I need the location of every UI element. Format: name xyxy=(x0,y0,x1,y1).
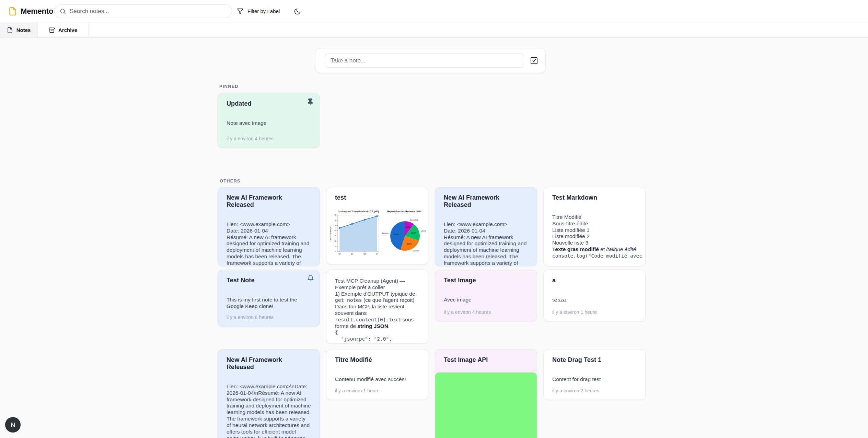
note-card[interactable]: Test MCP Cleanup (Agent) — Exemple prêt … xyxy=(326,270,428,344)
svg-text:Q1: Q1 xyxy=(338,253,341,255)
note-content: Lien: <www.example.com>\nDate: 2026-01-0… xyxy=(227,383,311,438)
new-checklist-button[interactable] xyxy=(529,56,539,66)
note-content: Titre Modifié Sous-titre édité Liste mod… xyxy=(552,214,637,259)
app-window: Memento Filter by Label Notes Archive xyxy=(0,0,868,438)
svg-text:Q3: Q3 xyxy=(363,253,366,255)
svg-text:Licences: Licences xyxy=(421,230,426,232)
search-input[interactable] xyxy=(70,8,227,15)
note-content: Note avec image xyxy=(227,120,311,127)
checkbox-icon xyxy=(530,57,538,65)
svg-text:10: 10 xyxy=(335,246,337,247)
note-title: Test Image API xyxy=(444,356,528,364)
user-avatar[interactable]: N xyxy=(5,417,21,433)
others-section-label: OTHERS xyxy=(220,178,241,184)
svg-text:60: 60 xyxy=(335,220,337,221)
svg-text:10.0%: 10.0% xyxy=(405,226,410,228)
note-content: Test MCP Cleanup (Agent) — Exemple prêt … xyxy=(335,278,419,344)
search-bar[interactable] xyxy=(54,4,232,18)
note-content: Lien: <www.example.com> Date: 2026-01-04… xyxy=(227,221,311,266)
note-card[interactable]: New AI Framework Released Lien: <www.exa… xyxy=(435,187,537,266)
note-title: New AI Framework Released xyxy=(227,194,311,209)
note-card[interactable]: Titre Modifié Contenu modifié avec succè… xyxy=(326,349,428,400)
note-title: New AI Framework Released xyxy=(444,194,528,209)
note-card[interactable]: Test Image Avec image il y a environ 4 h… xyxy=(435,270,537,321)
dark-mode-toggle[interactable] xyxy=(292,6,303,17)
svg-text:Répartition des Revenus 2024: Répartition des Revenus 2024 xyxy=(387,210,421,213)
note-title: Updated xyxy=(227,100,311,107)
svg-text:Q2: Q2 xyxy=(351,253,354,255)
note-title: Test Note xyxy=(227,277,311,284)
pie-chart: 45.0%Produits25.0%Services20.0%Licences1… xyxy=(381,209,426,257)
note-logo-icon xyxy=(8,7,17,16)
note-title: Note Drag Test 1 xyxy=(552,356,637,364)
note-timestamp: il y a environ 2 heures xyxy=(552,384,637,393)
svg-text:30: 30 xyxy=(335,235,337,237)
pinned-section-label: PINNED xyxy=(219,84,239,89)
tab-archive-label: Archive xyxy=(58,27,77,33)
note-card[interactable]: a szsza il y a environ 1 heure xyxy=(543,270,646,321)
note-image-green xyxy=(435,372,537,438)
svg-text:Q4: Q4 xyxy=(376,253,378,255)
note-card[interactable]: Test Note This is my first note to test … xyxy=(218,270,320,327)
app-title: Memento xyxy=(21,7,53,16)
note-title: Test Markdown xyxy=(552,194,637,201)
svg-text:70: 70 xyxy=(335,214,337,216)
note-content: Avec image xyxy=(444,297,528,303)
svg-text:50: 50 xyxy=(335,225,337,226)
note-card[interactable]: Test Image API xyxy=(435,349,537,438)
svg-text:25.0%: 25.0% xyxy=(407,243,412,245)
header: Memento Filter by Label xyxy=(0,0,868,22)
note-timestamp: il y a environ 4 heures xyxy=(444,306,528,315)
filter-funnel-icon xyxy=(237,8,244,15)
note-card[interactable]: Note Drag Test 1 Content for drag test i… xyxy=(543,349,646,400)
note-chart-image: 010203040506070Q1Q2Q3Q4Croissance Trimes… xyxy=(329,209,426,257)
note-content: Content for drag test xyxy=(552,376,637,383)
svg-text:45.0%: 45.0% xyxy=(394,233,399,235)
note-content: Contenu modifié avec succès! xyxy=(335,376,419,383)
area-chart: 010203040506070Q1Q2Q3Q4Croissance Trimes… xyxy=(329,209,381,257)
filter-by-label-button[interactable]: Filter by Label xyxy=(237,0,280,22)
tab-bar: Notes Archive xyxy=(0,23,868,38)
tab-notes-label: Notes xyxy=(16,27,31,33)
note-content: This is my first note to test the Google… xyxy=(227,297,311,310)
note-title: a xyxy=(552,277,637,284)
note-composer xyxy=(315,48,546,73)
note-title: Titre Modifié xyxy=(335,356,419,364)
reminder-bell-icon[interactable] xyxy=(307,275,314,282)
svg-text:40: 40 xyxy=(335,230,337,232)
svg-text:Croissance Trimestrielle du CA: Croissance Trimestrielle du CA (M€) xyxy=(338,210,379,213)
search-icon xyxy=(59,8,66,15)
note-title: Test Image xyxy=(444,277,528,284)
svg-text:20: 20 xyxy=(335,240,337,242)
note-card[interactable]: Test Markdown Titre Modifié Sous-titre é… xyxy=(543,187,646,266)
archive-tab-icon xyxy=(49,27,55,33)
note-title: New AI Framework Released xyxy=(227,356,311,371)
note-timestamp: il y a environ 6 heures xyxy=(227,311,311,320)
take-a-note-input[interactable] xyxy=(325,54,524,68)
svg-text:0: 0 xyxy=(335,251,336,252)
note-card[interactable]: New AI Framework Released Lien: <www.exa… xyxy=(218,187,320,266)
pin-icon[interactable] xyxy=(306,98,314,106)
filter-by-label-text: Filter by Label xyxy=(247,8,280,14)
note-content: szsza xyxy=(552,297,637,303)
svg-text:Services: Services xyxy=(413,250,419,252)
note-card[interactable]: Updated Note avec image il y a environ 4… xyxy=(218,93,320,148)
tab-archive[interactable]: Archive xyxy=(38,23,89,37)
note-timestamp: il y a environ 1 heure xyxy=(335,384,419,393)
note-card[interactable]: New AI Framework Released Lien: <www.exa… xyxy=(218,349,320,438)
note-timestamp: il y a environ 4 heures xyxy=(227,132,311,141)
notes-tab-icon xyxy=(7,27,13,33)
note-content: Lien: <www.example.com> Date: 2026-01-04… xyxy=(444,221,528,266)
svg-text:Consulting: Consulting xyxy=(410,219,418,221)
app-logo: Memento xyxy=(8,0,53,22)
tab-notes[interactable]: Notes xyxy=(0,23,38,37)
svg-text:Produits: Produits xyxy=(382,232,389,234)
note-title: test xyxy=(335,194,419,201)
note-timestamp: il y a environ 1 heure xyxy=(552,306,637,315)
moon-icon xyxy=(294,8,301,15)
note-card[interactable]: test 010203040506070Q1Q2Q3Q4Croissance T… xyxy=(326,187,428,264)
svg-text:20.0%: 20.0% xyxy=(411,232,416,234)
svg-text:Chiffre d'affaires (M€): Chiffre d'affaires (M€) xyxy=(329,225,332,241)
